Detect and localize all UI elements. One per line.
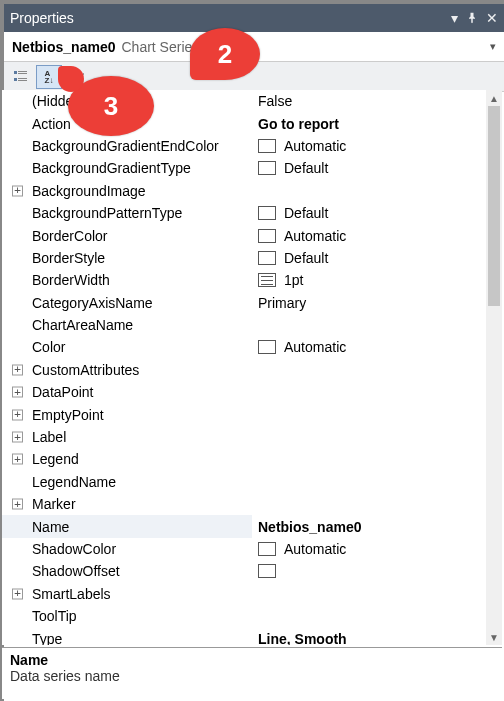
property-name: LegendName <box>2 471 252 493</box>
property-value[interactable]: Line, Smooth <box>252 627 486 645</box>
property-value[interactable]: Automatic <box>252 336 486 358</box>
property-name: BackgroundGradientType <box>2 157 252 179</box>
property-name-label: BackgroundGradientType <box>32 160 191 176</box>
property-row[interactable]: ToolTip <box>2 605 486 627</box>
expand-icon[interactable]: + <box>12 387 23 398</box>
property-value[interactable] <box>252 605 486 627</box>
chevron-down-icon[interactable]: ▾ <box>490 40 496 53</box>
property-name-label: Color <box>32 339 65 355</box>
property-value-label: Netbios_name0 <box>258 519 361 535</box>
scrollbar[interactable]: ▲ ▼ <box>486 90 502 645</box>
property-row[interactable]: LegendName <box>2 471 486 493</box>
property-value[interactable]: Netbios_name0 <box>252 515 486 537</box>
property-value[interactable] <box>252 448 486 470</box>
property-name: +EmptyPoint <box>2 403 252 425</box>
property-value[interactable]: Default <box>252 247 486 269</box>
property-row[interactable]: +EmptyPoint <box>2 403 486 425</box>
property-row[interactable]: ShadowOffset <box>2 560 486 582</box>
expand-icon[interactable]: + <box>12 409 23 420</box>
property-row[interactable]: +Marker <box>2 493 486 515</box>
selected-object-type: Chart Series <box>121 39 199 55</box>
property-name: BorderWidth <box>2 269 252 291</box>
property-name: ChartAreaName <box>2 314 252 336</box>
property-name-label: LegendName <box>32 474 116 490</box>
expand-icon[interactable]: + <box>12 185 23 196</box>
property-name-label: EmptyPoint <box>32 407 104 423</box>
property-value[interactable] <box>252 359 486 381</box>
border-swatch <box>258 273 276 287</box>
expand-icon[interactable]: + <box>12 588 23 599</box>
property-row[interactable]: BackgroundGradientEndColorAutomatic <box>2 135 486 157</box>
property-name: ToolTip <box>2 605 252 627</box>
dropdown-icon[interactable]: ▾ <box>451 10 458 26</box>
property-row[interactable]: +Label <box>2 426 486 448</box>
scroll-up-icon[interactable]: ▲ <box>486 90 502 106</box>
property-row[interactable]: ChartAreaName <box>2 314 486 336</box>
property-row[interactable]: ColorAutomatic <box>2 336 486 358</box>
property-value[interactable] <box>252 381 486 403</box>
annotation-callout-3: 3 <box>68 76 154 136</box>
property-name-label: DataPoint <box>32 384 93 400</box>
property-name: Type <box>2 627 252 645</box>
categorized-button[interactable] <box>8 65 34 89</box>
pin-icon[interactable] <box>466 12 478 24</box>
property-value-label: Automatic <box>284 339 346 355</box>
property-row[interactable]: BorderStyleDefault <box>2 247 486 269</box>
window-title: Properties <box>10 10 74 26</box>
property-value-label: Default <box>284 205 328 221</box>
property-value[interactable]: False <box>252 90 486 112</box>
property-value[interactable]: Automatic <box>252 135 486 157</box>
color-swatch <box>258 542 276 556</box>
property-value[interactable] <box>252 180 486 202</box>
property-value[interactable] <box>252 583 486 605</box>
property-value[interactable] <box>252 471 486 493</box>
property-value[interactable]: Default <box>252 157 486 179</box>
close-icon[interactable]: ✕ <box>486 10 498 26</box>
property-value[interactable] <box>252 560 486 582</box>
property-name-label: Type <box>32 631 62 645</box>
svg-rect-1 <box>18 71 27 72</box>
property-name: ShadowColor <box>2 538 252 560</box>
expand-icon[interactable]: + <box>12 432 23 443</box>
scroll-track[interactable] <box>486 106 502 629</box>
property-value[interactable] <box>252 426 486 448</box>
expand-icon[interactable]: + <box>12 454 23 465</box>
property-name: BorderColor <box>2 224 252 246</box>
color-swatch <box>258 340 276 354</box>
property-row[interactable]: +BackgroundImage <box>2 180 486 202</box>
color-swatch <box>258 229 276 243</box>
property-name: +CustomAttributes <box>2 359 252 381</box>
property-grid: (Hidden)FalseActionGo to reportBackgroun… <box>2 90 502 645</box>
property-row[interactable]: BorderWidth1pt <box>2 269 486 291</box>
property-name: CategoryAxisName <box>2 292 252 314</box>
property-row[interactable]: TypeLine, Smooth <box>2 627 486 645</box>
property-value-label: Automatic <box>284 228 346 244</box>
property-row[interactable]: BackgroundGradientTypeDefault <box>2 157 486 179</box>
property-row[interactable]: CategoryAxisNamePrimary <box>2 292 486 314</box>
property-value[interactable] <box>252 403 486 425</box>
property-name: +SmartLabels <box>2 583 252 605</box>
property-row[interactable]: BorderColorAutomatic <box>2 224 486 246</box>
property-value[interactable]: Automatic <box>252 538 486 560</box>
property-value[interactable]: Primary <box>252 292 486 314</box>
property-value[interactable] <box>252 493 486 515</box>
property-value[interactable]: Default <box>252 202 486 224</box>
property-row[interactable]: BackgroundPatternTypeDefault <box>2 202 486 224</box>
expand-icon[interactable]: + <box>12 499 23 510</box>
property-row[interactable]: NameNetbios_name0 <box>2 515 486 537</box>
property-value[interactable]: 1pt <box>252 269 486 291</box>
scroll-thumb[interactable] <box>488 106 500 306</box>
svg-rect-2 <box>18 73 27 74</box>
expand-icon[interactable]: + <box>12 364 23 375</box>
property-value[interactable]: Go to report <box>252 112 486 134</box>
scroll-down-icon[interactable]: ▼ <box>486 629 502 645</box>
property-row[interactable]: +SmartLabels <box>2 583 486 605</box>
property-row[interactable]: ShadowColorAutomatic <box>2 538 486 560</box>
property-row[interactable]: +DataPoint <box>2 381 486 403</box>
property-row[interactable]: +Legend <box>2 448 486 470</box>
property-value[interactable] <box>252 314 486 336</box>
color-swatch <box>258 564 276 578</box>
property-name-label: BorderWidth <box>32 272 110 288</box>
property-value[interactable]: Automatic <box>252 224 486 246</box>
property-row[interactable]: +CustomAttributes <box>2 359 486 381</box>
